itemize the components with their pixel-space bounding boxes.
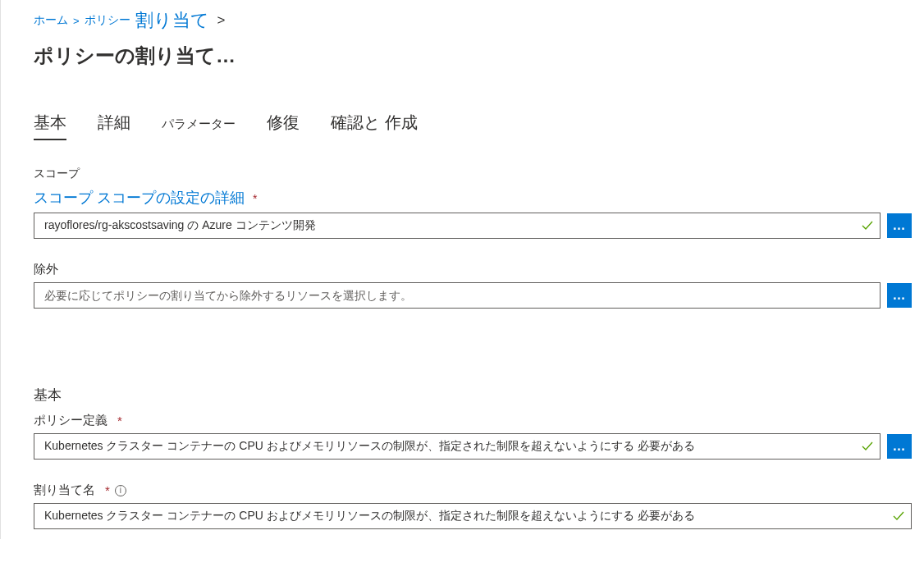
chevron-right-icon: > [217, 12, 226, 29]
info-icon[interactable]: i [115, 485, 126, 496]
scope-picker-button[interactable]: … [887, 213, 912, 238]
checkmark-icon [861, 219, 874, 232]
basics-heading: 基本 [34, 386, 924, 405]
tab-basic[interactable]: 基本 [34, 112, 66, 139]
exclusions-label: 除外 [34, 262, 924, 277]
breadcrumb-policy-link[interactable]: ポリシー [85, 13, 130, 28]
tab-review-create[interactable]: 確認と 作成 [331, 112, 418, 139]
tab-advanced[interactable]: 詳細 [98, 112, 130, 139]
required-indicator: * [253, 192, 257, 205]
policy-definition-picker-button[interactable]: … [887, 434, 912, 459]
policy-definition-label: ポリシー定義 * [34, 413, 924, 428]
tab-remediation[interactable]: 修復 [267, 112, 300, 139]
required-indicator: * [105, 483, 110, 497]
exclusions-input[interactable] [34, 282, 881, 309]
checkmark-icon [861, 440, 874, 453]
scope-input[interactable] [34, 213, 881, 239]
exclusions-picker-button[interactable]: … [887, 283, 912, 308]
breadcrumb: ホーム > ポリシー 割り当て > [34, 8, 924, 33]
assignment-name-input[interactable] [34, 503, 912, 529]
assignment-name-label: 割り当て名 * i [34, 482, 924, 498]
breadcrumb-current: 割り当て [135, 8, 209, 33]
page-title: ポリシーの割り当て… [34, 43, 924, 69]
breadcrumb-home-link[interactable]: ホーム [34, 13, 68, 28]
scope-section-label: スコープ [34, 167, 924, 181]
tabs: 基本 詳細 パラメーター 修復 確認と 作成 [34, 112, 924, 139]
chevron-right-icon: > [73, 15, 80, 27]
tab-parameters[interactable]: パラメーター [162, 117, 236, 137]
checkmark-icon [892, 510, 905, 523]
policy-definition-input[interactable] [34, 433, 881, 460]
scope-settings-link[interactable]: スコープ スコープの設定の詳細 [34, 190, 245, 206]
required-indicator: * [117, 414, 122, 428]
